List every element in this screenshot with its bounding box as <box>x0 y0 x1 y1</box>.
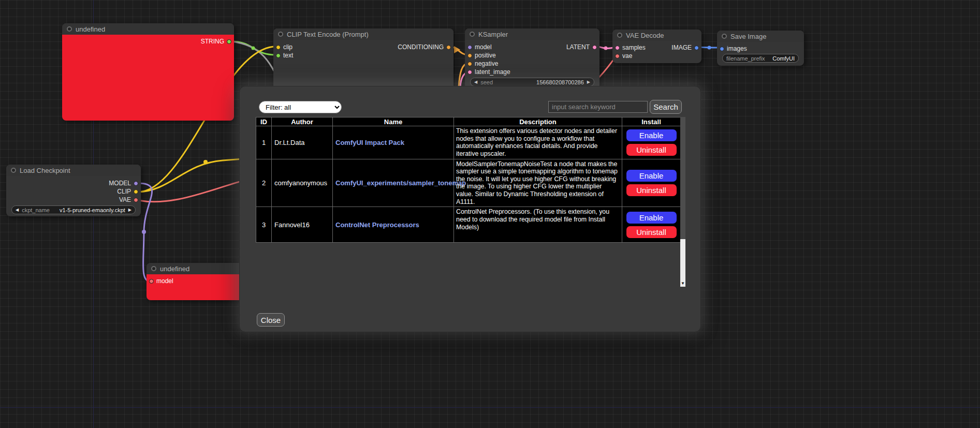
port-dot[interactable] <box>694 46 699 50</box>
port-dot[interactable] <box>134 198 138 202</box>
wire-midpoint-dot[interactable] <box>604 47 608 50</box>
enable-button[interactable]: Enable <box>626 212 677 224</box>
node-graph-canvas[interactable]: undefined STRING CLIP Text Encode (Promp… <box>0 0 980 428</box>
uninstall-button[interactable]: Uninstall <box>626 226 677 238</box>
node-undefined-top[interactable]: undefined STRING <box>62 23 234 121</box>
input-port-vae[interactable]: vae <box>612 52 648 60</box>
ckpt-name-widget[interactable]: ◀ ckpt_name v1-5-pruned-emaonly.ckpt ▶ <box>11 205 136 214</box>
wire-midpoint-dot[interactable] <box>252 47 255 50</box>
table-row: 2 comfyanonymous ComfyUI_experiments/sam… <box>256 159 681 207</box>
node-title-bar[interactable]: VAE Decode <box>612 29 701 41</box>
uninstall-button[interactable]: Uninstall <box>626 144 677 156</box>
node-load-checkpoint[interactable]: Load Checkpoint MODEL CLIP VAE ◀ ckpt <box>6 165 141 216</box>
filename-prefix-widget[interactable]: filename_prefix ComfyUI <box>722 54 799 63</box>
input-port-clip[interactable]: clip <box>273 43 296 51</box>
extension-link[interactable]: ComfyUI Impact Pack <box>333 139 454 146</box>
node-title-bar[interactable]: Load Checkpoint <box>6 165 141 176</box>
node-collapse-dot[interactable] <box>617 33 622 38</box>
widget-increment-arrow[interactable]: ▶ <box>128 208 131 212</box>
enable-button[interactable]: Enable <box>626 170 677 182</box>
wire-midpoint-dot[interactable] <box>708 46 711 50</box>
port-dot[interactable] <box>134 181 138 186</box>
node-vae-decode[interactable]: VAE Decode samples vae IMAGE <box>612 29 701 63</box>
node-ksampler[interactable]: KSampler model positive negative lat <box>465 28 599 90</box>
scrollbar-down-arrow[interactable]: ▼ <box>680 281 685 287</box>
input-port-latent-image[interactable]: latent_image <box>465 68 513 76</box>
port-dot[interactable] <box>227 39 231 44</box>
wire-direction-arrow <box>454 46 460 53</box>
widget-decrement-arrow[interactable]: ◀ <box>474 80 477 84</box>
node-title-bar[interactable]: undefined <box>62 23 234 35</box>
filter-select[interactable]: Filter: all <box>259 101 342 113</box>
widget-label: seed <box>480 79 493 85</box>
wire-midpoint-dot[interactable] <box>203 160 208 164</box>
port-label: text <box>283 52 293 59</box>
seed-widget[interactable]: ◀ seed 156680208700286 ▶ <box>470 78 594 86</box>
output-port-clip[interactable]: CLIP <box>106 187 141 196</box>
node-collapse-dot[interactable] <box>151 266 156 271</box>
extension-author: comfyanonymous <box>272 159 333 207</box>
port-dot[interactable] <box>467 53 472 58</box>
input-port-text[interactable]: text <box>273 51 296 60</box>
node-title-bar[interactable]: Save Image <box>717 31 804 42</box>
node-save-image[interactable]: Save Image images filename_prefix ComfyU… <box>717 31 804 66</box>
port-label: model <box>156 277 173 285</box>
search-button[interactable]: Search <box>650 100 682 114</box>
node-collapse-dot[interactable] <box>67 26 72 32</box>
close-button[interactable]: Close <box>257 313 285 327</box>
output-port-string[interactable]: STRING <box>198 37 234 46</box>
table-scrollbar[interactable]: ▼ <box>680 117 685 287</box>
output-port-vae[interactable]: VAE <box>106 196 141 204</box>
search-input[interactable] <box>548 101 648 113</box>
scrollbar-thumb[interactable] <box>680 117 685 239</box>
table-row: 1 Dr.Lt.Data ComfyUI Impact Pack This ex… <box>256 126 681 159</box>
input-port-samples[interactable]: samples <box>612 43 648 52</box>
node-collapse-dot[interactable] <box>470 32 475 37</box>
widget-label: ckpt_name <box>22 207 50 213</box>
enable-button[interactable]: Enable <box>626 129 677 141</box>
node-title: CLIP Text Encode (Prompt) <box>287 31 369 38</box>
port-dot[interactable] <box>467 70 472 75</box>
output-port-image[interactable]: IMAGE <box>669 43 701 52</box>
node-collapse-dot[interactable] <box>278 32 283 37</box>
port-dot[interactable] <box>149 279 154 284</box>
node-title-bar[interactable]: CLIP Text Encode (Prompt) <box>273 28 454 40</box>
input-port-model[interactable]: model <box>147 277 176 285</box>
port-label: IMAGE <box>671 44 692 51</box>
output-port-latent[interactable]: LATENT <box>564 43 599 51</box>
widget-decrement-arrow[interactable]: ◀ <box>16 208 19 212</box>
port-dot[interactable] <box>720 47 724 51</box>
port-dot[interactable] <box>467 62 472 66</box>
wire-midpoint-dot[interactable] <box>142 230 146 234</box>
node-title-bar[interactable]: KSampler <box>465 28 599 40</box>
table-row: 3 Fannovel16 ControlNet Preprocessors Co… <box>256 207 681 243</box>
column-header-install: Install <box>622 117 681 126</box>
extension-link[interactable]: ComfyUI_experiments/sampler_tonemap <box>333 179 454 187</box>
node-undefined-bottom[interactable]: undefined model <box>147 263 243 300</box>
port-label: vae <box>622 52 632 60</box>
port-dot[interactable] <box>615 54 620 58</box>
port-dot[interactable] <box>446 45 451 50</box>
widget-value: 156680208700286 <box>536 79 584 85</box>
widget-increment-arrow[interactable]: ▶ <box>587 80 590 84</box>
output-port-model[interactable]: MODEL <box>106 179 141 187</box>
output-port-conditioning[interactable]: CONDITIONING <box>395 43 454 51</box>
port-dot[interactable] <box>615 46 620 50</box>
node-collapse-dot[interactable] <box>722 34 727 39</box>
input-port-images[interactable]: images <box>717 45 750 53</box>
port-dot[interactable] <box>276 53 281 58</box>
port-dot[interactable] <box>276 45 281 50</box>
extension-id: 3 <box>256 207 272 243</box>
uninstall-button[interactable]: Uninstall <box>626 184 677 196</box>
input-port-positive[interactable]: positive <box>465 51 513 60</box>
input-port-negative[interactable]: negative <box>465 60 513 68</box>
port-dot[interactable] <box>592 45 597 50</box>
node-title-bar[interactable]: undefined <box>147 263 243 274</box>
node-collapse-dot[interactable] <box>11 168 16 173</box>
port-dot[interactable] <box>467 45 472 50</box>
extension-description: This extension offers various detector n… <box>454 126 622 159</box>
input-port-model[interactable]: model <box>465 43 513 51</box>
extension-link[interactable]: ControlNet Preprocessors <box>333 221 454 229</box>
port-label: CONDITIONING <box>398 43 444 51</box>
port-dot[interactable] <box>134 189 138 194</box>
